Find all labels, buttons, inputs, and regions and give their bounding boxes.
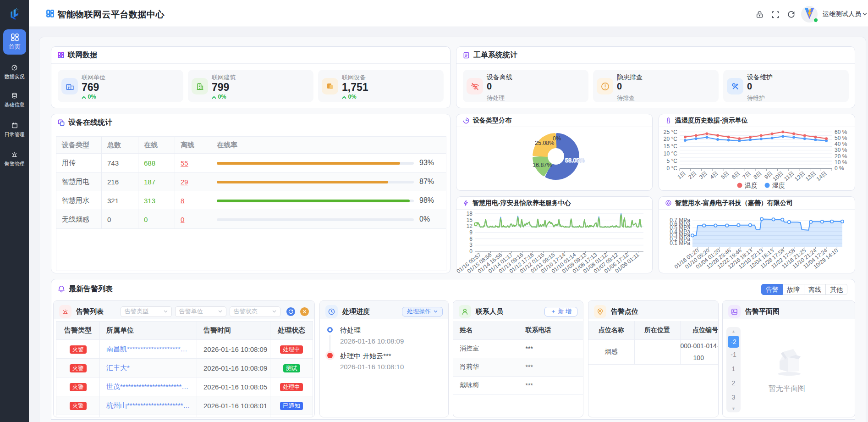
svg-text:温度: 温度	[744, 182, 758, 189]
svg-text:5 °C: 5 °C	[667, 158, 678, 164]
svg-text:0 °C: 0 °C	[667, 165, 678, 172]
svg-text:25.08%: 25.08%	[535, 140, 554, 146]
svg-text:10 %: 10 %	[835, 159, 847, 166]
svg-text:湿度: 湿度	[772, 182, 785, 189]
svg-text:10 °C: 10 °C	[664, 150, 677, 157]
svg-text:8日: 8日	[753, 170, 763, 181]
svg-text:3: 3	[469, 242, 472, 248]
svg-text:6日: 6日	[731, 170, 741, 181]
svg-text:9日: 9日	[763, 170, 774, 181]
svg-text:0.7 MPa: 0.7 MPa	[670, 217, 690, 223]
svg-text:18: 18	[467, 211, 473, 217]
svg-text:1日: 1日	[676, 170, 687, 181]
svg-text:16.87%: 16.87%	[533, 162, 552, 168]
svg-text:2日: 2日	[687, 170, 698, 181]
svg-text:4日: 4日	[709, 170, 720, 181]
svg-text:0: 0	[469, 248, 472, 255]
svg-text:3日: 3日	[698, 170, 709, 181]
svg-text:40 %: 40 %	[835, 141, 847, 147]
svg-text:20 %: 20 %	[835, 153, 847, 160]
svg-text:12: 12	[467, 223, 473, 229]
svg-text:7日: 7日	[742, 170, 752, 181]
svg-text:15 °C: 15 °C	[664, 143, 677, 150]
svg-text:11日: 11日	[783, 170, 796, 182]
svg-text:60 %: 60 %	[835, 129, 847, 135]
svg-text:50 %: 50 %	[835, 135, 847, 141]
svg-text:20 °C: 20 °C	[664, 136, 677, 142]
svg-text:12日: 12日	[793, 170, 806, 183]
svg-text:5日: 5日	[720, 170, 730, 181]
svg-text:6: 6	[469, 236, 472, 242]
svg-text:0 %: 0 %	[835, 165, 844, 172]
svg-text:25 °C: 25 °C	[664, 129, 677, 135]
svg-text:10日: 10日	[772, 170, 785, 183]
svg-text:13日: 13日	[804, 170, 817, 183]
svg-text:30 %: 30 %	[835, 147, 847, 153]
svg-text:58.05%: 58.05%	[565, 157, 584, 164]
svg-text:15: 15	[467, 217, 473, 223]
svg-text:14日: 14日	[815, 170, 828, 183]
svg-text:9: 9	[469, 229, 472, 236]
